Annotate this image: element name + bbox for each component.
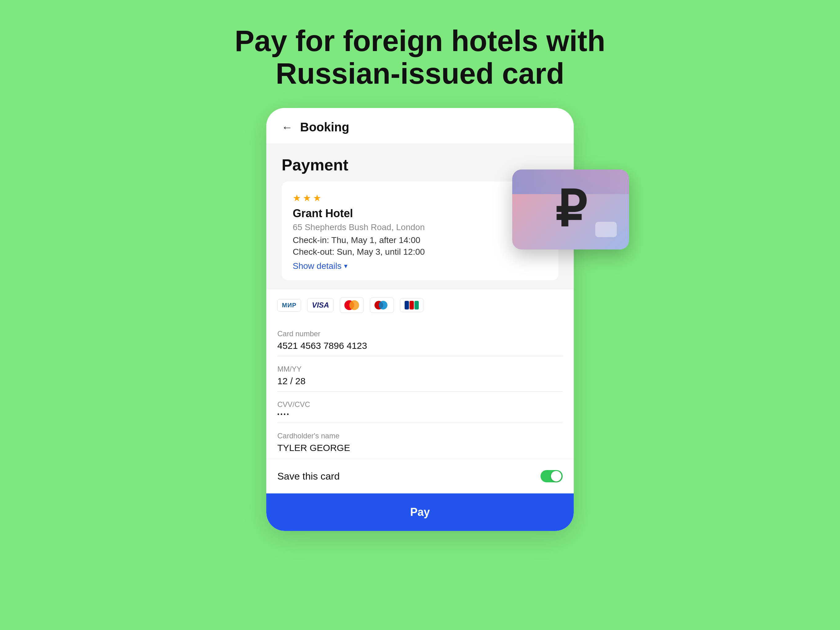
jcb-icon — [405, 301, 419, 309]
jcb-red — [409, 301, 414, 309]
save-card-toggle[interactable] — [540, 470, 563, 482]
hotel-stars: ★ ★ ★ — [293, 193, 547, 203]
show-details-button[interactable]: Show details ▾ — [293, 261, 547, 271]
mir-brand: МИР — [277, 299, 301, 312]
page-title: Pay for foreign hotels with Russian-issu… — [174, 25, 666, 90]
app-header: ← Booking — [266, 108, 574, 143]
mc-right-circle — [349, 300, 359, 310]
cardholder-value: TYLER GEORGE — [277, 443, 563, 453]
visa-label: VISA — [312, 301, 329, 309]
cvv-label: CVV/CVC — [277, 400, 563, 409]
maestro-icon — [374, 300, 389, 310]
mastercard-icon — [344, 300, 359, 310]
star-1: ★ — [293, 193, 301, 203]
card-brands-row: МИР VISA — [266, 290, 574, 320]
expiry-field[interactable]: MM/YY 12 / 28 — [277, 356, 563, 392]
pay-button[interactable]: Pay — [266, 494, 574, 531]
back-button[interactable]: ← — [282, 121, 293, 134]
save-card-row: Save this card — [266, 459, 574, 494]
cardholder-label: Cardholder's name — [277, 432, 563, 440]
hotel-checkin: Check-in: Thu, May 1, after 14:00 — [293, 235, 547, 245]
jcb-green — [414, 301, 419, 309]
mir-label: МИР — [282, 302, 297, 309]
maestro-brand — [370, 298, 394, 313]
show-details-label: Show details — [293, 261, 342, 271]
save-card-label: Save this card — [277, 471, 340, 482]
hotel-name: Grant Hotel — [293, 207, 547, 220]
star-3: ★ — [313, 193, 321, 203]
chevron-down-icon: ▾ — [344, 262, 347, 270]
header-title: Booking — [300, 120, 349, 134]
toggle-knob — [551, 471, 561, 481]
cvv-value: •••• — [277, 411, 563, 418]
expiry-label: MM/YY — [277, 365, 563, 374]
payment-form: Card number 4521 4563 7896 4123 MM/YY 12… — [266, 321, 574, 458]
hotel-checkout: Check-out: Sun, May 3, until 12:00 — [293, 247, 547, 257]
cardholder-field[interactable]: Cardholder's name TYLER GEORGE — [277, 423, 563, 458]
ruble-symbol: ₽ — [555, 185, 586, 234]
maestro-right-circle — [379, 301, 387, 309]
phone-container: ₽ ← Booking Payment ★ ★ ★ Grant Hotel 65… — [266, 108, 574, 531]
visa-brand: VISA — [307, 298, 333, 312]
ruble-card: ₽ — [512, 169, 629, 250]
jcb-brand — [400, 298, 423, 312]
star-2: ★ — [303, 193, 311, 203]
jcb-blue — [405, 301, 409, 309]
hotel-address: 65 Shepherds Bush Road, London — [293, 222, 547, 232]
mastercard-brand — [340, 298, 364, 313]
card-number-value: 4521 4563 7896 4123 — [277, 340, 563, 351]
card-number-label: Card number — [277, 329, 563, 338]
card-chip — [595, 222, 617, 237]
card-number-field[interactable]: Card number 4521 4563 7896 4123 — [277, 321, 563, 356]
cvv-field[interactable]: CVV/CVC •••• — [277, 392, 563, 423]
expiry-value: 12 / 28 — [277, 376, 563, 386]
